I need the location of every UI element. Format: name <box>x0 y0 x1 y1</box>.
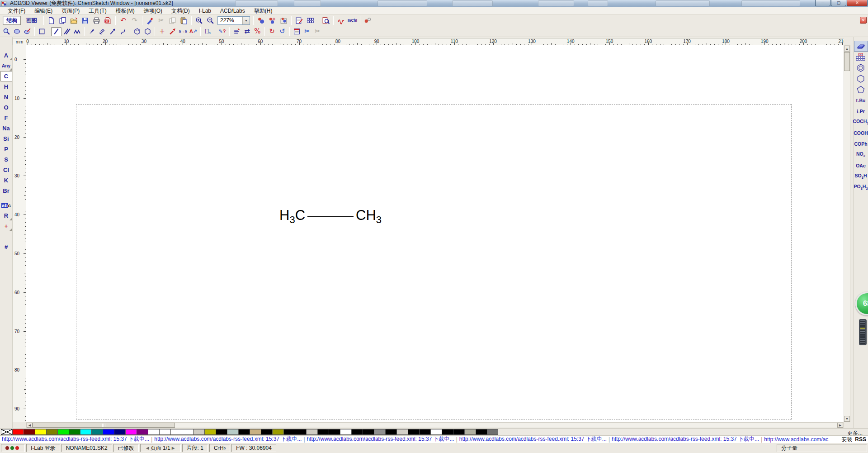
text-tool-button[interactable]: abc <box>0 200 12 210</box>
rss-feed-link[interactable]: http://www.acdlabs.com/acdlabs-rss-feed.… <box>152 435 303 443</box>
rss-feed-link[interactable]: http://www.acdlabs.com/acdlabs-rss-feed.… <box>0 435 151 443</box>
color-swatch[interactable] <box>114 429 125 435</box>
radical-r-button[interactable]: R <box>0 210 12 221</box>
color-swatch[interactable] <box>306 429 317 435</box>
zoom-out-button[interactable] <box>205 15 216 25</box>
report-layout-button[interactable] <box>292 27 302 36</box>
bond-wedge-up-button[interactable] <box>86 27 97 36</box>
element-f-button[interactable]: F <box>0 113 12 123</box>
new-document-button[interactable] <box>46 15 57 25</box>
select-rectangle-button[interactable] <box>37 27 47 36</box>
menu-o[interactable]: 选项(O) <box>140 7 166 15</box>
color-swatch[interactable] <box>374 429 385 435</box>
element-k-button[interactable]: K <box>0 175 12 186</box>
remove-fragment-button[interactable]: ✂ <box>312 27 323 36</box>
split-fragment-button[interactable]: ✂ <box>302 27 312 36</box>
color-swatch[interactable] <box>91 429 103 435</box>
color-swatch[interactable] <box>216 429 227 435</box>
radical-po3h2-button[interactable]: PO3H2 <box>854 182 868 193</box>
element-si-button[interactable]: Si <box>0 134 12 144</box>
color-swatch[interactable] <box>159 429 170 435</box>
numbering-tool-button[interactable]: # <box>0 242 12 252</box>
redo-button[interactable]: ↷ <box>129 15 140 25</box>
mass-composition-button[interactable]: % <box>252 27 263 36</box>
radical-cooh-button[interactable]: COOH <box>854 128 868 138</box>
scroll-down-arrow[interactable]: ▼ <box>844 416 850 422</box>
element-s-button[interactable]: S <box>0 154 12 165</box>
color-swatch[interactable] <box>35 429 46 435</box>
zoom-tool-button[interactable] <box>1 27 12 36</box>
ring-cyclohexane-template-button[interactable] <box>854 73 868 84</box>
color-swatch[interactable] <box>182 429 193 435</box>
color-swatch[interactable] <box>408 429 419 435</box>
radical-coph-button[interactable]: COPh <box>854 138 868 149</box>
color-swatch[interactable] <box>137 429 148 435</box>
color-swatch[interactable] <box>238 429 250 435</box>
menu-m[interactable]: 模板(M) <box>112 7 139 15</box>
minimize-button[interactable]: ─ <box>815 0 830 6</box>
color-swatch[interactable] <box>351 429 363 435</box>
color-swatch[interactable] <box>464 429 476 435</box>
scroll-up-arrow[interactable]: ▲ <box>844 46 850 52</box>
element-h-button[interactable]: H <box>0 81 12 92</box>
radical-oac-button[interactable]: OAc <box>854 160 868 171</box>
bond-wedge-down-button[interactable] <box>97 27 107 36</box>
menu-ilab[interactable]: I-Lab <box>195 7 215 14</box>
color-swatch[interactable] <box>442 429 453 435</box>
scroll-left-arrow[interactable]: ◀ <box>27 423 33 428</box>
cut-button[interactable]: ✂ <box>156 15 167 25</box>
color-swatch[interactable] <box>329 429 340 435</box>
color-swatch[interactable] <box>57 429 69 435</box>
ring-cyclopentane-template-button[interactable] <box>854 84 868 95</box>
element-br-button[interactable]: Br <box>0 186 12 196</box>
radical-coch3-button[interactable]: COCH3 <box>854 117 868 128</box>
color-swatch[interactable] <box>125 429 137 435</box>
color-swatch[interactable] <box>272 429 283 435</box>
charge-tool-button[interactable]: + <box>0 221 12 231</box>
radical-no2-button[interactable]: NO2 <box>854 149 868 160</box>
color-swatch[interactable] <box>363 429 374 435</box>
open-file-button[interactable] <box>68 15 80 25</box>
install-rss-link[interactable]: 安装 <box>841 436 852 443</box>
color-swatch[interactable] <box>227 429 238 435</box>
menu-f[interactable]: 文件(F) <box>4 7 29 15</box>
element-o-button[interactable]: O <box>0 102 12 113</box>
polymer-bracket-button[interactable]: [ ]n <box>203 27 213 36</box>
reaction-arrow-button[interactable] <box>167 27 178 36</box>
combo-dropdown-arrow[interactable]: ▼ <box>242 17 250 24</box>
next-page-button[interactable]: ▶ <box>170 446 176 450</box>
color-swatch[interactable] <box>396 429 408 435</box>
color-swatch[interactable] <box>103 429 114 435</box>
radical-so3h-button[interactable]: SO3H <box>854 171 868 182</box>
color-swatch[interactable] <box>295 429 306 435</box>
color-swatch[interactable] <box>12 429 24 435</box>
element-cl-button[interactable]: Cl <box>0 165 12 175</box>
draw-continuous-button[interactable] <box>61 27 72 36</box>
scroll-right-arrow[interactable]: ▶ <box>837 423 843 428</box>
color-swatch[interactable] <box>69 429 80 435</box>
menu-h[interactable]: 帮助(H) <box>250 7 277 15</box>
close-document-button[interactable]: ✕ <box>860 17 867 24</box>
color-swatch[interactable] <box>487 429 498 435</box>
3d-structure-button[interactable] <box>362 15 373 25</box>
menu-e[interactable]: 编辑(E) <box>30 7 57 15</box>
menu-acdlabs[interactable]: ACD/Labs <box>216 7 249 14</box>
element-any-button[interactable]: Any <box>0 61 12 71</box>
flip-tool-button[interactable]: ↺ <box>277 27 288 36</box>
rss-feed-link-partial[interactable]: http://www.acdlabs.com/ac <box>762 436 830 443</box>
maximize-button[interactable]: ▢ <box>831 0 846 6</box>
undo-button[interactable]: ↶ <box>118 15 129 25</box>
atom-atom-mapping-button[interactable]: a→a <box>178 27 188 36</box>
zoom-level-combo[interactable]: 227%▼ <box>217 16 250 25</box>
color-swatch[interactable] <box>46 429 57 435</box>
molecule-ethane[interactable]: H3C CH3 <box>279 207 382 226</box>
ring-benzene-button[interactable] <box>854 62 868 73</box>
atom-properties-button[interactable]: IAQN <box>0 231 12 242</box>
draw-normal-button[interactable] <box>51 27 61 36</box>
drawing-canvas[interactable]: H3C CH3 <box>26 45 844 422</box>
element-na-button[interactable]: Na <box>0 123 12 134</box>
prev-page-button[interactable]: ◀ <box>145 446 151 450</box>
zoom-in-button[interactable] <box>193 15 205 25</box>
color-swatch[interactable] <box>204 429 216 435</box>
clean-structure-button[interactable] <box>231 27 242 36</box>
